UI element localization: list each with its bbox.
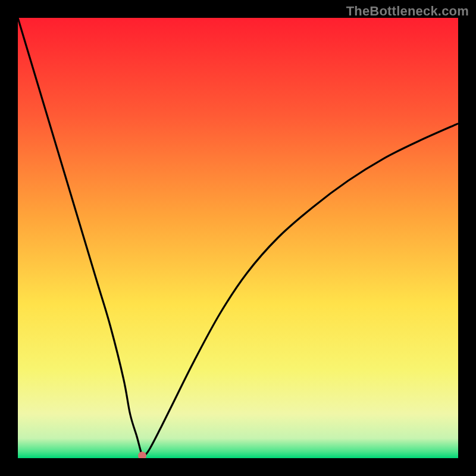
optimum-dot [138, 452, 146, 458]
chart-frame: TheBottleneck.com [0, 0, 476, 476]
curve-layer [18, 18, 458, 458]
watermark-text: TheBottleneck.com [346, 4, 469, 19]
plot-area [18, 18, 458, 458]
bottleneck-curve [18, 18, 458, 456]
